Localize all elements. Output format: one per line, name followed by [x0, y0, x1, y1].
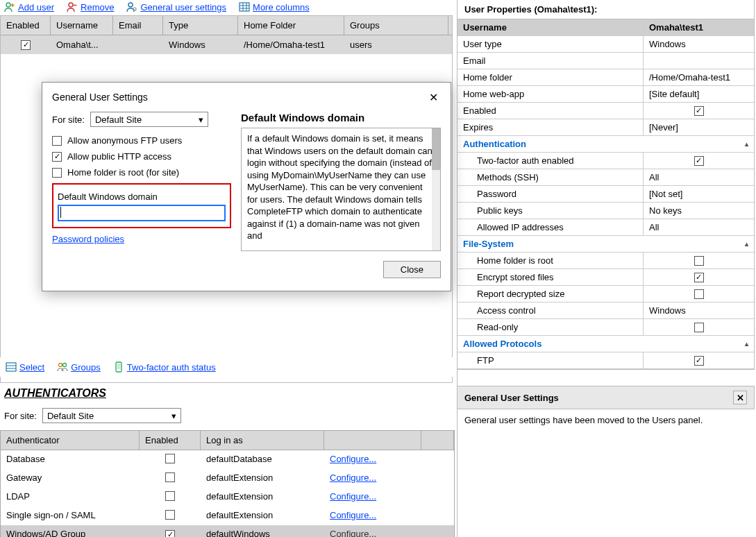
col-groups[interactable]: Groups	[344, 16, 448, 35]
user-properties-body: UsernameOmaha\test1User typeWindowsEmail…	[457, 19, 755, 370]
user-plus-icon	[4, 1, 15, 12]
prop-row[interactable]: Enabled	[457, 103, 754, 119]
auth-enabled-checkbox[interactable]	[165, 510, 175, 520]
add-user-button[interactable]: Add user	[4, 1, 54, 12]
auth-site-select[interactable]: Default Site ▾	[42, 408, 181, 423]
prop-section-header[interactable]: Authentication▴	[457, 136, 754, 153]
auth-row[interactable]: LDAPdefaultExtensionConfigure...	[1, 488, 454, 506]
collapse-icon: ▴	[745, 240, 748, 248]
user-minus-icon	[67, 1, 78, 12]
col-username[interactable]: Username	[51, 16, 113, 35]
prop-checkbox[interactable]	[694, 289, 704, 299]
prop-row[interactable]: User typeWindows	[457, 36, 754, 53]
auth-configure-link[interactable]: Configure...	[330, 472, 376, 483]
gus-panel-body: General user settings have been moved to…	[457, 409, 755, 431]
prop-row[interactable]: FTP	[457, 352, 754, 369]
prop-value: Omaha\test1	[649, 22, 703, 33]
prop-section-header[interactable]: Allowed Protocols▴	[457, 336, 754, 352]
groups-label: Groups	[71, 362, 101, 373]
help-scrollbar[interactable]	[432, 128, 440, 250]
auth-col-name[interactable]: Authenticator	[1, 431, 140, 450]
help-scrollbar-thumb[interactable]	[432, 128, 440, 170]
help-text: If a default Windows domain is set, it m…	[247, 133, 432, 241]
user-groups: users	[344, 35, 448, 54]
prop-row[interactable]: Public keysNo keys	[457, 203, 754, 219]
auth-login-as: defaultExtension	[201, 488, 324, 506]
user-enabled-checkbox[interactable]	[21, 40, 31, 50]
auth-name: Gateway	[1, 469, 140, 488]
dialog-close-footer-button[interactable]: Close	[383, 261, 441, 278]
remove-button[interactable]: Remove	[67, 1, 114, 12]
prop-checkbox[interactable]	[694, 356, 704, 366]
auth-row[interactable]: DatabasedefaultDatabaseConfigure...	[1, 450, 454, 469]
prop-row[interactable]: Two-factor auth enabled	[457, 153, 754, 169]
prop-checkbox[interactable]	[694, 106, 704, 116]
prop-value: [Site default]	[649, 89, 699, 99]
prop-checkbox[interactable]	[694, 156, 704, 166]
auth-enabled-checkbox[interactable]	[165, 454, 175, 463]
auth-col-enabled[interactable]: Enabled	[140, 431, 201, 450]
prop-row[interactable]: Home web-app[Site default]	[457, 86, 754, 103]
col-home[interactable]: Home Folder	[238, 16, 344, 35]
auth-login-as: defaultDatabase	[201, 450, 324, 469]
prop-value: No keys	[649, 205, 682, 216]
auth-enabled-checkbox[interactable]	[165, 530, 175, 538]
prop-row[interactable]: Home folder is root	[457, 253, 754, 269]
allow-anonymous-checkbox[interactable]	[52, 136, 62, 146]
prop-row[interactable]: Encrypt stored files	[457, 269, 754, 286]
default-windows-domain-input[interactable]	[58, 205, 226, 221]
prop-row[interactable]: Read-only	[457, 319, 754, 336]
prop-value: [Not set]	[649, 189, 682, 199]
home-root-checkbox[interactable]	[52, 168, 62, 178]
prop-row[interactable]: UsernameOmaha\test1	[457, 19, 754, 36]
password-policies-link[interactable]: Password policies	[52, 234, 124, 244]
allow-http-row[interactable]: Allow public HTTP access	[52, 151, 231, 162]
prop-row[interactable]: Access controlWindows	[457, 302, 754, 319]
auth-row[interactable]: Windows/AD GroupdefaultWindowsConfigure.…	[1, 525, 454, 537]
allow-http-checkbox[interactable]	[52, 152, 62, 162]
col-email[interactable]: Email	[113, 16, 163, 35]
more-columns-button[interactable]: More columns	[239, 1, 310, 12]
allow-anonymous-row[interactable]: Allow anonymous FTP users	[52, 135, 231, 146]
auth-col-login[interactable]: Log in as	[201, 431, 324, 450]
auth-name: Database	[1, 450, 140, 469]
auth-row[interactable]: GatewaydefaultExtensionConfigure...	[1, 469, 454, 488]
auth-enabled-checkbox[interactable]	[165, 491, 175, 501]
prop-checkbox[interactable]	[694, 273, 704, 282]
auth-configure-link[interactable]: Configure...	[330, 491, 376, 502]
groups-button[interactable]: Groups	[57, 361, 101, 373]
prop-row[interactable]: Expires[Never]	[457, 119, 754, 136]
user-row[interactable]: Omaha\t... Windows /Home/Omaha-test1 use…	[1, 35, 452, 54]
prop-checkbox[interactable]	[694, 323, 704, 332]
prop-row[interactable]: Allowed IP addressesAll	[457, 219, 754, 236]
auth-row[interactable]: Single sign-on / SAMLdefaultExtensionCon…	[1, 506, 454, 525]
auth-configure-link[interactable]: Configure...	[330, 529, 376, 537]
svg-rect-9	[117, 364, 120, 369]
auth-configure-link[interactable]: Configure...	[330, 454, 376, 464]
auth-configure-link[interactable]: Configure...	[330, 510, 376, 520]
prop-section-header[interactable]: File-System▴	[457, 236, 754, 253]
tfa-status-button[interactable]: Two-factor auth status	[113, 361, 216, 373]
authenticators-title: AUTHENTICATORS	[0, 386, 455, 405]
prop-checkbox[interactable]	[694, 256, 704, 266]
general-settings-button[interactable]: General user settings	[126, 1, 226, 12]
col-type[interactable]: Type	[163, 16, 238, 35]
gus-close-button[interactable]: ✕	[733, 391, 747, 404]
auth-col-spacer	[421, 431, 454, 450]
select-button[interactable]: Select	[6, 361, 44, 373]
home-root-row[interactable]: Home folder is root (for site)	[52, 167, 231, 178]
prop-row[interactable]: Methods (SSH)All	[457, 169, 754, 186]
prop-row[interactable]: Email	[457, 53, 754, 69]
help-text-box: If a default Windows domain is set, it m…	[241, 128, 441, 251]
dialog-site-selected: Default Site	[95, 114, 142, 125]
dialog-close-button[interactable]: ✕	[426, 90, 441, 105]
dialog-site-select[interactable]: Default Site ▾	[90, 112, 208, 127]
prop-row[interactable]: Password[Not set]	[457, 186, 754, 203]
prop-key: Password	[457, 186, 644, 202]
auth-enabled-checkbox[interactable]	[165, 472, 175, 482]
prop-row[interactable]: Report decrypted size	[457, 286, 754, 302]
prop-key: FTP	[457, 352, 644, 368]
prop-row[interactable]: Home folder/Home/Omaha-test1	[457, 69, 754, 86]
prop-key: Read-only	[457, 319, 644, 335]
col-enabled[interactable]: Enabled	[1, 16, 51, 35]
